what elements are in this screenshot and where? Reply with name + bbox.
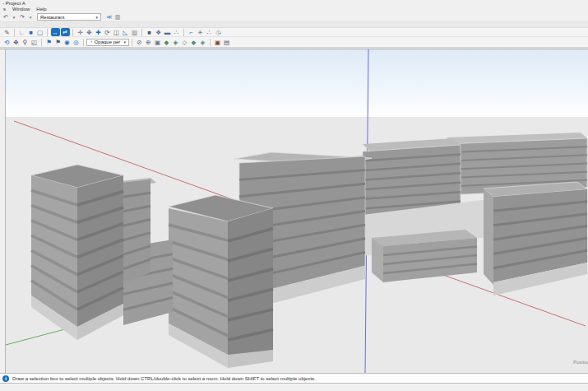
select-tool-icon: ✎: [4, 29, 9, 36]
quick-access-toolbar: ↶ ▾ ↷ ▾ Restaurant ▾ ≪ ▥: [0, 12, 588, 22]
mirror-tool[interactable]: ◫: [113, 28, 121, 36]
redo-icon: ↷: [20, 14, 25, 21]
zoom-window-tool[interactable]: ◰: [30, 38, 39, 46]
viewport-3d[interactable]: Position: [6, 49, 588, 373]
separator: [41, 39, 42, 46]
delete-project-button[interactable]: ▥: [113, 13, 122, 21]
view-plan[interactable]: ▣: [154, 38, 162, 46]
copy-tool[interactable]: ✚: [95, 28, 103, 36]
reference-point-tool[interactable]: ∴: [206, 28, 214, 36]
layout-tool[interactable]: ▤: [223, 38, 231, 46]
view-plan-icon: ▣: [155, 39, 160, 46]
opening-tool-icon: ▢: [37, 29, 43, 36]
separator: [14, 29, 15, 36]
storey-tool[interactable]: ■: [146, 28, 154, 36]
toolbar-row-1: ✎∟■▢↔⇄✛✥✚⟳◫◺▥■❖▬∴⌐✳∴◷: [0, 28, 588, 37]
info-icon: i: [2, 375, 9, 382]
collapsed-side-panel[interactable]: [0, 49, 6, 373]
separator: [141, 29, 142, 36]
pan-tool[interactable]: ✥: [12, 38, 21, 46]
separator: [83, 39, 84, 46]
share-button[interactable]: ≪: [105, 13, 113, 21]
undo-dropdown[interactable]: ▾: [10, 13, 18, 21]
view-cube-ne[interactable]: ◆: [190, 38, 198, 46]
snapshot-tool-icon: ▣: [215, 39, 220, 46]
pin-tool-icon: ⚑: [46, 39, 52, 46]
view-cube-se-icon: ◈: [174, 39, 178, 46]
select-tool[interactable]: ✎: [3, 28, 12, 36]
pin-secondary-tool[interactable]: ⚑: [54, 38, 63, 46]
menu-bar: sWindowHelp: [0, 7, 588, 12]
menu-item-window[interactable]: Window: [9, 7, 33, 12]
opening-tool[interactable]: ▢: [36, 28, 44, 36]
zoom-tool[interactable]: ⚲: [21, 38, 30, 46]
orbit-tool-icon: ⟲: [4, 39, 9, 46]
room-pointer-tool-icon: ❖: [155, 29, 161, 36]
render-mode-select[interactable]: ◔ Opaque per ▾: [86, 39, 129, 46]
view-iso-1-icon: ⊘: [137, 39, 141, 46]
menu-item-truncated[interactable]: s: [0, 7, 9, 12]
menu-item-help[interactable]: Help: [33, 7, 49, 12]
flip-tool[interactable]: ⇄: [61, 28, 70, 36]
trash-icon: ▥: [115, 14, 121, 21]
redo-dropdown[interactable]: ▾: [26, 13, 35, 21]
insert-point-tool[interactable]: ✛: [76, 28, 85, 36]
align-tool[interactable]: ◺: [122, 28, 130, 36]
slab-tool[interactable]: ■: [27, 28, 35, 36]
chevron-down-icon: ▾: [123, 40, 126, 44]
room-pointer-tool[interactable]: ❖: [155, 28, 163, 36]
mirror-tool-icon: ◫: [113, 29, 119, 36]
view-iso-2[interactable]: ⊕: [145, 38, 153, 46]
tab-bar: Building / room ×: [0, 22, 588, 28]
move-tool-icon: ✥: [86, 29, 91, 36]
application-window: { "window": { "title": "- Project A" }, …: [0, 0, 588, 391]
rotate-tool[interactable]: ⟳: [104, 28, 112, 36]
project-select-value: Restaurant: [40, 15, 64, 20]
sphere-view-tool[interactable]: ◎: [72, 38, 81, 46]
view-cube-sw[interactable]: ◆: [163, 38, 171, 46]
scene-svg: [6, 49, 588, 373]
group-tool-icon: ∴: [174, 29, 178, 36]
view-cube-ne-icon: ◆: [192, 39, 197, 46]
view-cube-se[interactable]: ◈: [172, 38, 180, 46]
group-tool[interactable]: ∴: [173, 28, 181, 36]
view-cube-top[interactable]: ◈: [199, 38, 207, 46]
project-select[interactable]: Restaurant ▾: [37, 13, 101, 21]
view-cube-nw[interactable]: ◇: [181, 38, 189, 46]
zone-tool[interactable]: ▬: [164, 28, 172, 36]
snapshot-tool[interactable]: ▣: [214, 38, 222, 46]
redo-button[interactable]: ↷: [18, 13, 26, 21]
visibility-tool[interactable]: ◉: [63, 38, 72, 46]
snap-tool-icon: ✳: [197, 29, 202, 36]
status-bar: i Draw a selection box to select multipl…: [0, 373, 588, 384]
history-tool[interactable]: ◷: [215, 28, 223, 36]
storey-tool-icon: ■: [147, 29, 151, 36]
move-tool[interactable]: ✥: [86, 28, 94, 36]
separator: [132, 39, 132, 46]
pan-tool-icon: ✥: [13, 39, 18, 46]
visibility-tool-icon: ◉: [64, 39, 70, 46]
view-iso-1[interactable]: ⊘: [136, 38, 144, 46]
render-mode-value: Opaque per: [95, 40, 121, 44]
flip-tool-icon: ⇄: [63, 29, 67, 35]
rotate-tool-icon: ⟳: [104, 29, 109, 36]
view-cube-top-icon: ◈: [201, 39, 206, 46]
wall-tool[interactable]: ∟: [18, 28, 26, 36]
pin-tool[interactable]: ⚑: [45, 38, 53, 46]
axes-tool[interactable]: ⌐: [188, 28, 196, 36]
undo-button[interactable]: ↶: [2, 13, 10, 21]
stretch-tool[interactable]: ↔: [51, 28, 60, 36]
delete-tool[interactable]: ▥: [131, 28, 139, 36]
delete-tool-icon: ▥: [132, 29, 137, 36]
navigation-tools: ⟲✥⚲◰⚑⚑◉◎: [2, 38, 81, 46]
align-tool-icon: ◺: [123, 29, 128, 36]
render-mode-icon: ◔: [90, 40, 93, 44]
copy-tool-icon: ✚: [95, 29, 100, 36]
chevron-down-icon: ▾: [30, 15, 32, 20]
insert-point-tool-icon: ✛: [77, 29, 82, 36]
snap-tool[interactable]: ✳: [197, 28, 205, 36]
separator: [183, 29, 184, 36]
slab-tool-icon: ■: [29, 29, 33, 36]
separator: [210, 39, 211, 46]
orbit-tool[interactable]: ⟲: [3, 38, 12, 46]
